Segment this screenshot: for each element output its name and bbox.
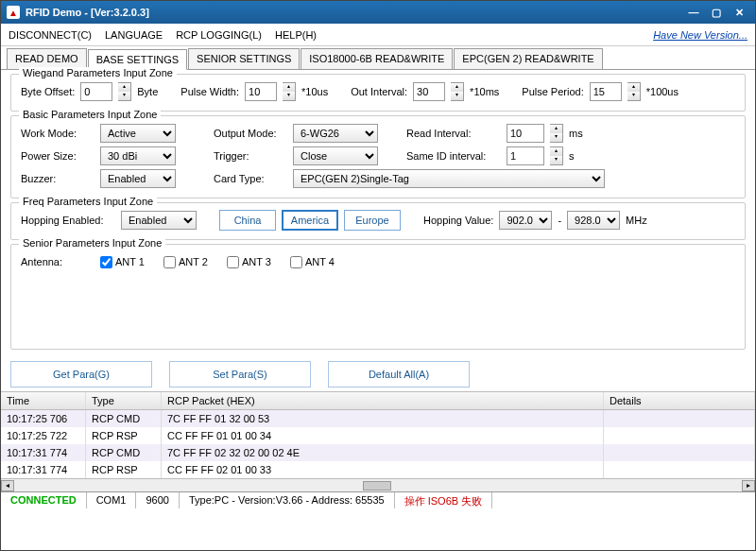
freq-group: Freq Parameters Input Zone Hopping Enabl… (10, 202, 746, 240)
basic-title: Basic Parameters Input Zone (19, 109, 161, 120)
work-mode-select[interactable]: Active (100, 124, 176, 143)
scroll-right-icon[interactable]: ▸ (742, 480, 755, 491)
output-mode-label: Output Mode: (214, 128, 287, 139)
pulse-period-label: Pulse Period: (522, 86, 583, 97)
window-title: RFID Demo - [Ver:3.2.0.3] (26, 7, 149, 18)
hopping-select[interactable]: Enabled (121, 211, 197, 230)
pulse-period-input[interactable] (590, 82, 622, 101)
ant2-label: ANT 2 (179, 256, 208, 267)
power-select[interactable]: 30 dBi (100, 146, 176, 165)
title-bar: ▲ RFID Demo - [Ver:3.2.0.3] — ▢ ✕ (1, 1, 755, 24)
log-grid: Time Type RCP Packet (HEX) Details 10:17… (1, 391, 755, 478)
byte-offset-input[interactable] (80, 82, 112, 101)
menu-bar: DISCONNECT(C) LANGUAGE RCP LOGGING(L) HE… (1, 24, 755, 46)
output-mode-select[interactable]: 6-WG26 (293, 124, 378, 143)
freq-title: Freq Parameters Input Zone (19, 196, 157, 207)
buzzer-label: Buzzer: (21, 173, 94, 184)
tab-read-demo[interactable]: READ DEMO (7, 48, 87, 69)
status-error: 操作 ISO6B 失败 (395, 492, 493, 508)
ant2-checkbox[interactable] (163, 256, 176, 268)
status-port: COM1 (87, 492, 137, 508)
out-interval-spinner[interactable]: ▴▾ (451, 82, 464, 101)
trigger-select[interactable]: Close (293, 146, 378, 165)
cardtype-select[interactable]: EPC(GEN 2)Single-Tag (293, 169, 605, 188)
power-label: Power Size: (21, 150, 94, 162)
hopping-value-label: Hopping Value: (423, 215, 493, 226)
byte-unit: Byte (137, 86, 158, 97)
hv-unit: MHz (626, 215, 647, 226)
menu-disconnect[interactable]: DISCONNECT(C) (9, 29, 92, 41)
trigger-label: Trigger: (214, 150, 287, 162)
basic-group: Basic Parameters Input Zone Work Mode: A… (10, 115, 746, 198)
hopping-high-select[interactable]: 928.0 (567, 211, 620, 230)
minimize-button[interactable]: — (683, 5, 704, 20)
ant1-label: ANT 1 (115, 256, 145, 267)
horizontal-scrollbar[interactable]: ◂ ▸ (1, 478, 755, 491)
menu-rcp-logging[interactable]: RCP LOGGING(L) (176, 29, 262, 41)
action-row: Get Para(G) Set Para(S) Default All(A) (1, 357, 755, 391)
pulse-width-input[interactable] (245, 82, 277, 101)
default-all-button[interactable]: Default All(A) (328, 361, 470, 387)
pw-unit: *10us (301, 86, 328, 97)
ri-unit: ms (569, 128, 583, 139)
senior-group: Senior Parameters Input Zone Antenna: AN… (10, 244, 746, 350)
region-america[interactable]: America (282, 210, 338, 231)
wiegand-group: Wiegand Parameters Input Zone Byte Offse… (10, 74, 746, 112)
new-version-link[interactable]: Have New Version... (653, 29, 747, 41)
maximize-button[interactable]: ▢ (706, 5, 727, 20)
out-interval-input[interactable] (413, 82, 445, 101)
scroll-thumb[interactable] (363, 481, 391, 491)
sameid-unit: s (569, 150, 575, 162)
pulse-period-spinner[interactable]: ▴▾ (627, 82, 641, 101)
tab-iso18000[interactable]: ISO18000-6B READ&WRITE (301, 48, 453, 69)
col-type[interactable]: Type (86, 392, 162, 409)
get-para-button[interactable]: Get Para(G) (10, 361, 152, 387)
range-sep: - (558, 215, 561, 226)
table-row[interactable]: 10:17:31 774RCP CMD7C FF FF 02 32 02 00 … (1, 444, 755, 461)
ant1-checkbox[interactable] (100, 256, 112, 268)
status-version: Type:PC - Version:V3.66 - Address: 65535 (180, 492, 395, 508)
ant4-label: ANT 4 (305, 256, 335, 267)
senior-title: Senior Parameters Input Zone (19, 237, 165, 249)
cardtype-label: Card Type: (214, 173, 287, 184)
col-details[interactable]: Details (604, 392, 755, 409)
scroll-left-icon[interactable]: ◂ (1, 480, 14, 491)
ant3-checkbox[interactable] (227, 256, 239, 268)
status-connection: CONNECTED (1, 492, 87, 508)
region-europe[interactable]: Europe (344, 210, 401, 231)
pulse-width-spinner[interactable]: ▴▾ (283, 82, 296, 101)
table-row[interactable]: 10:17:25 706RCP CMD7C FF FF 01 32 00 53 (1, 410, 755, 427)
sameid-spinner[interactable]: ▴▾ (550, 146, 563, 165)
antenna-label: Antenna: (21, 256, 94, 267)
read-interval-spinner[interactable]: ▴▾ (550, 124, 563, 143)
ant4-checkbox[interactable] (290, 256, 302, 268)
menu-help[interactable]: HELP(H) (275, 29, 317, 41)
col-time[interactable]: Time (1, 392, 86, 409)
sameid-input[interactable] (507, 146, 544, 165)
table-row[interactable]: 10:17:25 722RCP RSPCC FF FF 01 01 00 34 (1, 427, 755, 444)
app-icon: ▲ (7, 6, 20, 19)
tab-senior-settings[interactable]: SENIOR SETTINGS (188, 48, 300, 69)
close-button[interactable]: ✕ (729, 5, 749, 20)
pp-unit: *100us (646, 86, 679, 97)
pulse-width-label: Pulse Width: (180, 86, 239, 97)
col-packet[interactable]: RCP Packet (HEX) (162, 392, 604, 409)
buzzer-select[interactable]: Enabled (100, 169, 176, 188)
wiegand-title: Wiegand Parameters Input Zone (19, 67, 177, 78)
menu-language[interactable]: LANGUAGE (105, 29, 163, 41)
tab-epc-gen2[interactable]: EPC(GEN 2) READ&WRITE (454, 48, 602, 69)
oi-unit: *10ms (470, 86, 499, 97)
read-interval-input[interactable] (507, 124, 544, 143)
status-bar: CONNECTED COM1 9600 Type:PC - Version:V3… (1, 491, 755, 508)
hopping-label: Hopping Enabled: (21, 215, 115, 226)
set-para-button[interactable]: Set Para(S) (169, 361, 311, 387)
work-mode-label: Work Mode: (21, 128, 94, 139)
read-interval-label: Read Interval: (406, 128, 501, 139)
byte-offset-spinner[interactable]: ▴▾ (118, 82, 131, 101)
byte-offset-label: Byte Offset: (21, 86, 75, 97)
hopping-low-select[interactable]: 902.0 (499, 211, 552, 230)
out-interval-label: Out Interval: (351, 86, 407, 97)
table-row[interactable]: 10:17:31 774RCP RSPCC FF FF 02 01 00 33 (1, 461, 755, 478)
region-china[interactable]: China (219, 210, 276, 231)
ant3-label: ANT 3 (242, 256, 271, 267)
